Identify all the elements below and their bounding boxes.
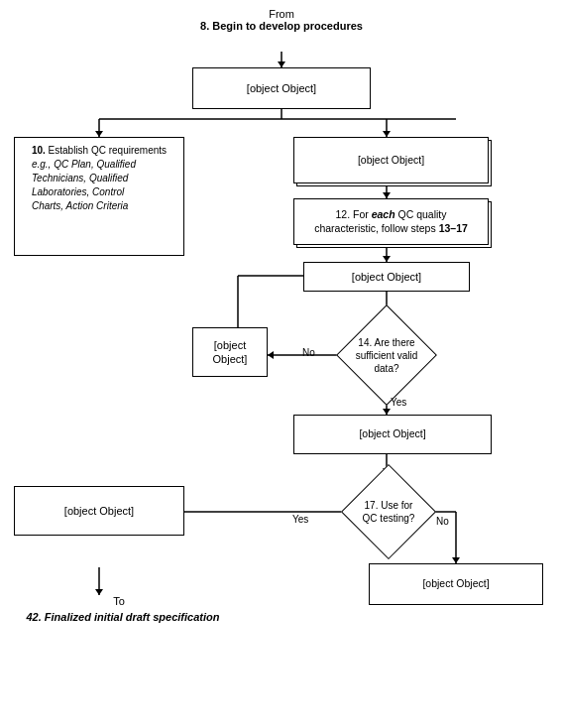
diamond-17: 17. Use forQC testing?: [347, 470, 430, 553]
diamond-14: 14. Are theresufficient validdata?: [333, 313, 440, 397]
box-eliminate: [object Object]: [369, 563, 543, 605]
box-18: [object Object]: [14, 486, 184, 536]
box-9: [object Object]: [192, 67, 371, 109]
box-11: [object Object]: [293, 137, 489, 183]
box-13: [object Object]: [303, 262, 470, 292]
svg-marker-15: [268, 351, 274, 359]
footer-step: 42. Finalized initial draft specificatio…: [14, 611, 232, 623]
box-11-wrapper: [object Object]: [293, 137, 492, 186]
box-16: [object Object]: [293, 415, 492, 454]
label-no-17: No: [436, 516, 449, 527]
label-yes-17: Yes: [292, 514, 308, 525]
label-no-14: No: [302, 347, 315, 358]
footer-to: To: [59, 595, 178, 607]
box-12-wrapper: 12. For each QC qualitycharacteristic, f…: [293, 198, 492, 248]
flowchart: From 8. Begin to develop procedures [obj…: [0, 0, 563, 728]
box-12: 12. For each QC qualitycharacteristic, f…: [293, 198, 489, 245]
box-10: 10. Establish QC requirementse.g., QC Pl…: [14, 137, 184, 256]
label-yes-14: Yes: [391, 397, 406, 408]
header-from: From 8. Begin to develop procedures: [198, 8, 365, 32]
box-15: [object Object]: [192, 327, 268, 377]
